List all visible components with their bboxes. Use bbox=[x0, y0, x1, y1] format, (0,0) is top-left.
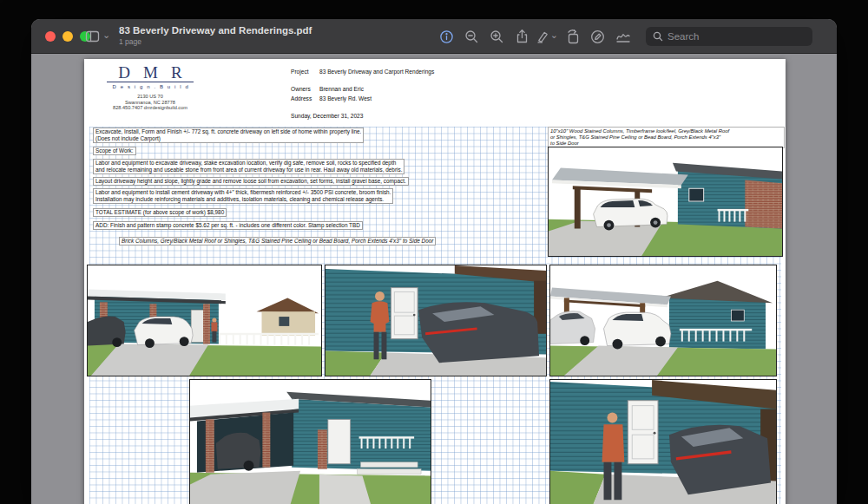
paragraph-cement: Labor and equipment to install cement dr… bbox=[93, 188, 393, 204]
search-placeholder: Search bbox=[667, 31, 699, 42]
share-button[interactable] bbox=[511, 27, 533, 46]
window-controls bbox=[45, 31, 90, 42]
paragraph-layout: Layout driveway height and slope, lightl… bbox=[93, 177, 409, 186]
carport-rendering-brick-columns-wide bbox=[88, 265, 321, 376]
carport-rendering-closeup-person bbox=[326, 265, 546, 376]
share-icon bbox=[515, 29, 529, 44]
signature-button[interactable] bbox=[612, 27, 634, 46]
sidebar-toggle-button[interactable]: ⌄ bbox=[85, 28, 110, 45]
document-area[interactable]: DMR D e s i g n . B u i l d 2130 US 70 S… bbox=[31, 55, 837, 504]
markup-pen-button[interactable]: ⌄ bbox=[536, 27, 558, 46]
caption-wood-columns: 10"x10" Wood Stained Columns, Timberfram… bbox=[548, 127, 785, 148]
carport-rendering-wood-columns bbox=[549, 147, 782, 256]
toolbar: ⌄ bbox=[436, 27, 812, 46]
rendering-bottom-right bbox=[549, 379, 777, 504]
scope-heading: Scope of Work: bbox=[93, 147, 136, 155]
zoom-in-button[interactable] bbox=[486, 27, 508, 46]
rendering-row-middle bbox=[325, 265, 547, 376]
signature-icon bbox=[615, 29, 631, 43]
project-row: Project 83 Beverly Driveway and Carport … bbox=[291, 69, 434, 75]
search-icon bbox=[653, 31, 663, 42]
zoom-in-icon bbox=[490, 29, 504, 44]
add-option: ADD: Finish and pattern stamp concrete $… bbox=[93, 221, 363, 230]
chevron-down-icon: ⌄ bbox=[102, 31, 110, 38]
rotate-left-icon bbox=[565, 29, 581, 44]
total-estimate: TOTAL ESTIMATE (for above scope of work)… bbox=[93, 208, 227, 217]
sidebar-icon bbox=[85, 30, 100, 43]
title-bar: ⌄ 83 Beverly Driveway and Renderings.pdf… bbox=[31, 19, 837, 54]
zoom-out-icon bbox=[464, 29, 479, 44]
caption-brick-columns: Brick Columns, Grey/Black Metal Roof or … bbox=[119, 237, 436, 245]
info-icon bbox=[439, 29, 454, 44]
carport-rendering-gable-house bbox=[550, 265, 776, 376]
pencil-circle-icon bbox=[590, 29, 605, 44]
logo-name: DMR bbox=[102, 63, 199, 82]
project-meta: Project 83 Beverly Driveway and Carport … bbox=[291, 69, 434, 120]
rendering-bottom-center bbox=[189, 379, 431, 504]
carport-rendering-closeup-beam bbox=[550, 380, 776, 504]
page-count-label: 1 page bbox=[119, 37, 312, 46]
title-block: 83 Beverly Driveway and Renderings.pdf 1… bbox=[119, 25, 312, 46]
company-logo: DMR D e s i g n . B u i l d 2130 US 70 S… bbox=[102, 63, 199, 111]
chevron-down-icon: ⌄ bbox=[550, 31, 558, 38]
company-address: 2130 US 70 Swannanoa, NC 28778 828.450.7… bbox=[102, 94, 199, 111]
carport-rendering-stairs bbox=[190, 380, 431, 504]
search-field[interactable]: Search bbox=[646, 27, 812, 46]
rotate-button[interactable] bbox=[562, 27, 583, 46]
paragraph-excavate: Excavcate, Install, Form and Finish +/- … bbox=[93, 128, 364, 143]
logo-tagline: D e s i g n . B u i l d bbox=[102, 84, 199, 89]
info-button[interactable] bbox=[436, 27, 457, 46]
logo-rule bbox=[107, 82, 194, 82]
address-row: Address 83 Beverly Rd. West bbox=[291, 95, 434, 102]
desktop-background: ⌄ 83 Beverly Driveway and Renderings.pdf… bbox=[0, 0, 868, 504]
window-title: 83 Beverly Driveway and Renderings.pdf bbox=[119, 25, 312, 36]
owners-row: Owners Brennan and Eric bbox=[291, 86, 434, 93]
rendering-top-right bbox=[548, 147, 783, 257]
preview-window: ⌄ 83 Beverly Driveway and Renderings.pdf… bbox=[31, 19, 837, 504]
rendering-row-right bbox=[549, 265, 777, 376]
pdf-page: DMR D e s i g n . B u i l d 2130 US 70 S… bbox=[84, 59, 786, 504]
annotate-button[interactable] bbox=[587, 27, 608, 46]
date-row: Sunday, December 31, 2023 bbox=[291, 113, 434, 120]
highlighter-icon bbox=[536, 29, 549, 43]
rendering-row-left bbox=[87, 265, 322, 376]
close-button[interactable] bbox=[45, 31, 56, 42]
paragraph-labor-excavate: Labor and equipment to excavate driveway… bbox=[93, 159, 404, 174]
minimize-button[interactable] bbox=[62, 31, 73, 42]
zoom-out-button[interactable] bbox=[461, 27, 483, 46]
